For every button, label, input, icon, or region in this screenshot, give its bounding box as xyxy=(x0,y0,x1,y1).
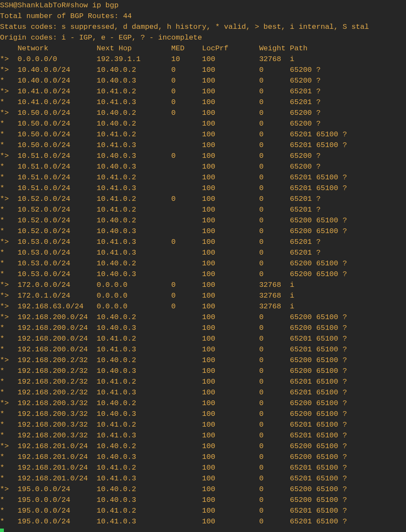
bgp-route-row: * 10.52.0.0/24 10.40.0.2 100 0 65200 651… xyxy=(0,216,347,224)
bgp-route-row: * 10.53.0.0/24 10.40.0.3 100 0 65200 651… xyxy=(0,270,347,278)
bgp-route-row: * 192.168.200.3/32 10.40.0.3 100 0 65200… xyxy=(0,410,347,418)
bgp-route-row: *> 192.168.201.0/24 10.40.0.2 100 0 6520… xyxy=(0,442,347,450)
bgp-route-row: *> 10.40.0.0/24 10.40.0.2 0 100 0 65200 … xyxy=(0,66,321,74)
bgp-route-row: * 10.50.0.0/24 10.41.0.2 100 0 65201 651… xyxy=(0,130,347,138)
bgp-route-row: * 192.168.200.0/24 10.41.0.2 100 0 65201… xyxy=(0,335,347,343)
bgp-route-row: *> 0.0.0.0/0 192.39.1.1 10 100 32768 i xyxy=(0,55,294,63)
bgp-route-row: *> 192.168.200.2/32 10.40.0.2 100 0 6520… xyxy=(0,356,347,364)
bgp-route-row: *> 10.50.0.0/24 10.40.0.2 0 100 0 65200 … xyxy=(0,109,321,117)
bgp-route-row: * 10.40.0.0/24 10.40.0.3 0 100 0 65200 ? xyxy=(0,77,321,85)
bgp-route-row: * 10.52.0.0/24 10.40.0.3 100 0 65200 651… xyxy=(0,227,347,235)
status-codes-line: Status codes: s suppressed, d damped, h … xyxy=(0,23,369,31)
bgp-route-row: * 192.168.200.0/24 10.41.0.3 100 0 65201… xyxy=(0,345,347,354)
bgp-route-row: * 10.51.0.0/24 10.40.0.3 100 0 65200 ? xyxy=(0,163,321,171)
bgp-route-row: * 10.53.0.0/24 10.41.0.3 100 0 65201 ? xyxy=(0,249,321,257)
bgp-route-row: * 192.168.200.2/32 10.41.0.2 100 0 65201… xyxy=(0,378,347,386)
bgp-route-row: *> 172.0.1.0/24 0.0.0.0 0 100 32768 i xyxy=(0,292,294,300)
command-text: show ip bgp xyxy=(70,1,118,9)
bgp-route-row: * 192.168.201.0/24 10.41.0.2 100 0 65201… xyxy=(0,464,347,472)
bgp-route-row: * 192.168.200.3/32 10.41.0.2 100 0 65201… xyxy=(0,421,347,429)
total-routes-line: Total number of BGP Routes: 44 xyxy=(0,12,132,20)
bgp-route-row: * 10.41.0.0/24 10.41.0.3 0 100 0 65201 ? xyxy=(0,98,321,106)
bgp-route-row: * 10.50.0.0/24 10.41.0.3 100 0 65201 651… xyxy=(0,141,347,149)
bgp-route-row: * 192.168.200.3/32 10.41.0.3 100 0 65201… xyxy=(0,431,347,440)
bgp-route-row: * 192.168.200.2/32 10.40.0.3 100 0 65200… xyxy=(0,367,347,375)
bgp-route-row: * 192.168.201.0/24 10.41.0.3 100 0 65201… xyxy=(0,474,347,483)
bgp-route-row: * 10.52.0.0/24 10.41.0.2 100 0 65201 ? xyxy=(0,206,321,214)
bgp-route-row: *> 192.168.63.0/24 0.0.0.0 0 100 32768 i xyxy=(0,302,294,311)
bgp-route-row: *> 172.0.0.0/24 0.0.0.0 0 100 32768 i xyxy=(0,281,294,289)
origin-codes-line: Origin codes: i - IGP, e - EGP, ? - inco… xyxy=(0,34,202,42)
bgp-route-row: * 195.0.0.0/24 10.40.0.3 100 0 65200 651… xyxy=(0,496,347,504)
bgp-table-header: Network Next Hop MED LocPrf Weight Path xyxy=(0,44,307,52)
bgp-route-row: *> 10.53.0.0/24 10.41.0.3 0 100 0 65201 … xyxy=(0,238,321,246)
bgp-route-row: *> 192.168.200.3/32 10.40.0.2 100 0 6520… xyxy=(0,399,347,407)
bgp-route-row: * 10.51.0.0/24 10.41.0.3 100 0 65201 651… xyxy=(0,184,347,192)
bgp-route-row: *> 10.52.0.0/24 10.41.0.2 0 100 0 65201 … xyxy=(0,195,321,203)
bgp-route-row: * 192.168.200.0/24 10.40.0.3 100 0 65200… xyxy=(0,324,347,332)
terminal-output[interactable]: SSH@ShankLabToR#show ip bgp Total number… xyxy=(0,0,406,532)
bgp-route-row: * 192.168.201.0/24 10.40.0.3 100 0 65200… xyxy=(0,453,347,461)
bgp-route-row: * 10.51.0.0/24 10.41.0.2 100 0 65201 651… xyxy=(0,173,347,181)
bgp-route-row: *> 195.0.0.0/24 10.40.0.2 100 0 65200 65… xyxy=(0,485,347,493)
bgp-route-row: *> 192.168.200.0/24 10.40.0.2 100 0 6520… xyxy=(0,313,347,321)
bgp-route-row: * 10.53.0.0/24 10.40.0.2 100 0 65200 651… xyxy=(0,259,347,268)
bgp-route-row: * 195.0.0.0/24 10.41.0.2 100 0 65201 651… xyxy=(0,507,347,515)
shell-prompt: SSH@ShankLabToR# xyxy=(0,1,70,9)
cursor-icon xyxy=(0,529,4,532)
bgp-route-row: * 195.0.0.0/24 10.41.0.3 100 0 65201 651… xyxy=(0,517,347,526)
bgp-route-row: *> 10.41.0.0/24 10.41.0.2 0 100 0 65201 … xyxy=(0,87,321,95)
bgp-route-row: * 192.168.200.2/32 10.41.0.3 100 0 65201… xyxy=(0,388,347,397)
bgp-route-row: *> 10.51.0.0/24 10.40.0.3 0 100 0 65200 … xyxy=(0,152,321,160)
bgp-route-row: * 10.50.0.0/24 10.40.0.2 100 0 65200 ? xyxy=(0,120,321,128)
